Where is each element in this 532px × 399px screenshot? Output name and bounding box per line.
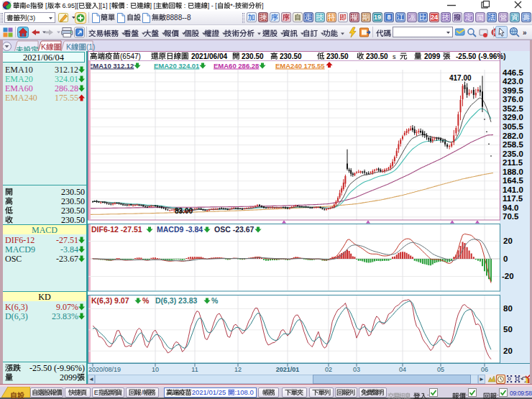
svg-text:0: 0 xyxy=(503,254,508,263)
svg-text:258.5: 258.5 xyxy=(503,140,523,149)
svg-text:230.50: 230.50 xyxy=(280,52,302,60)
svg-text:164.5: 164.5 xyxy=(503,176,523,185)
svg-text:188.0: 188.0 xyxy=(503,168,523,176)
svg-text:230.50: 230.50 xyxy=(242,52,264,60)
svg-text:2021/06/04: 2021/06/04 xyxy=(191,52,227,60)
svg-text:94.0: 94.0 xyxy=(503,203,518,212)
svg-text:305.5: 305.5 xyxy=(503,122,523,131)
svg-text:50: 50 xyxy=(503,325,513,334)
svg-text:-20: -20 xyxy=(502,272,514,280)
svg-text:282.0: 282.0 xyxy=(503,132,523,140)
svg-text:11: 11 xyxy=(191,366,198,373)
svg-text:05: 05 xyxy=(437,366,444,373)
svg-text:04: 04 xyxy=(399,366,406,373)
svg-text:80: 80 xyxy=(503,304,513,313)
svg-text:06: 06 xyxy=(481,366,488,373)
svg-text:20: 20 xyxy=(503,347,513,355)
svg-text:EMA60 286.28: EMA60 286.28 xyxy=(214,62,259,70)
svg-text:70.5: 70.5 xyxy=(503,212,519,221)
svg-text:10: 10 xyxy=(152,366,159,373)
svg-text:03: 03 xyxy=(353,366,360,373)
svg-text:02: 02 xyxy=(325,366,332,373)
svg-text:141.0: 141.0 xyxy=(503,185,523,194)
svg-text:376.0: 376.0 xyxy=(503,95,523,104)
svg-text:329.0: 329.0 xyxy=(503,113,523,121)
svg-text:EMA20 324.01: EMA20 324.01 xyxy=(154,62,200,70)
svg-text:2099: 2099 xyxy=(424,52,441,60)
svg-text:399.5: 399.5 xyxy=(503,86,523,95)
svg-text:417.00: 417.00 xyxy=(449,74,472,82)
svg-text:%: % xyxy=(142,296,150,305)
svg-text:352.5: 352.5 xyxy=(503,104,523,113)
svg-text:(6547): (6547) xyxy=(120,52,141,60)
svg-text:423.0: 423.0 xyxy=(503,77,523,86)
svg-text:446.5: 446.5 xyxy=(503,68,523,77)
svg-text:2021/01: 2021/01 xyxy=(276,366,300,373)
svg-text:EMA240 175.55: EMA240 175.55 xyxy=(275,62,325,70)
svg-text:%: % xyxy=(211,296,219,305)
svg-text:EMA10 312.12: EMA10 312.12 xyxy=(88,62,134,70)
svg-text:DIF6-12 -27.51: DIF6-12 -27.51 xyxy=(91,225,142,234)
svg-text:K(6,3) 9.07: K(6,3) 9.07 xyxy=(91,296,129,305)
svg-text:83.00: 83.00 xyxy=(175,207,193,215)
svg-text:2020/08/19: 2020/08/19 xyxy=(88,366,121,373)
svg-text:230.50: 230.50 xyxy=(366,52,388,60)
svg-text:D(6,3) 23.83: D(6,3) 23.83 xyxy=(155,296,198,305)
svg-text:OSC -23.67: OSC -23.67 xyxy=(214,225,254,234)
svg-text:12: 12 xyxy=(234,366,242,373)
svg-text:-25.50 (-9.96%): -25.50 (-9.96%) xyxy=(456,52,505,60)
svg-text:235.0: 235.0 xyxy=(503,150,523,158)
svg-text:MACD9 -3.84: MACD9 -3.84 xyxy=(157,225,203,234)
svg-text:s: s xyxy=(393,53,396,60)
svg-text:117.5: 117.5 xyxy=(503,194,523,203)
svg-text:211.5: 211.5 xyxy=(503,158,523,167)
svg-text:20: 20 xyxy=(503,237,513,245)
svg-text:230.50: 230.50 xyxy=(326,52,349,60)
